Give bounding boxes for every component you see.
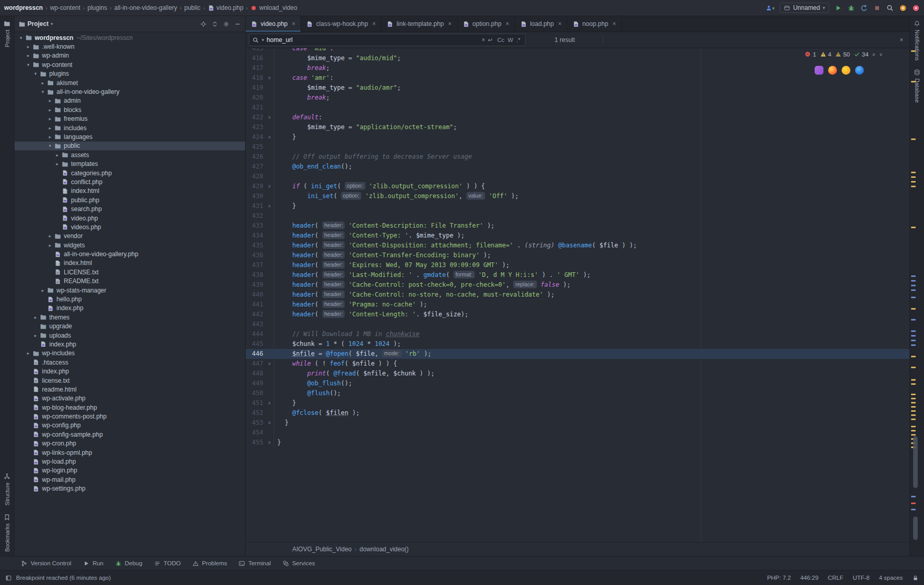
fold-marker-icon[interactable]: ∨ <box>265 113 274 122</box>
editor-scrollbar-thumb[interactable] <box>913 517 918 540</box>
words-toggle[interactable]: W <box>506 37 515 43</box>
collapsed-chevron-icon[interactable]: ▸ <box>47 107 53 113</box>
tree-item[interactable]: index.html <box>15 187 245 196</box>
error-stripe-mark[interactable] <box>911 335 916 337</box>
code-line[interactable]: 434 header( header: 'Content-Type: '. $m… <box>246 231 909 241</box>
chrome-browser-icon[interactable] <box>842 66 850 75</box>
tree-item[interactable]: ▸vendor <box>15 232 245 241</box>
error-stripe-mark[interactable] <box>911 367 916 368</box>
inspections-widget[interactable]: 145034∧∨ <box>804 51 883 58</box>
error-stripe-mark[interactable] <box>911 297 916 298</box>
tree-item[interactable]: ▸uploads <box>15 331 245 340</box>
code-editor[interactable]: 415 case 'mid':416 $mime_type = "audio/m… <box>246 48 909 542</box>
fold-marker-icon[interactable]: ∨ <box>265 182 274 191</box>
user-menu[interactable]: ▾ <box>765 4 775 11</box>
safari-browser-icon[interactable] <box>855 66 864 75</box>
editor-breadcrumb-item[interactable]: AIOVG_Public_Video <box>292 546 352 553</box>
code-line[interactable]: 451∧ } <box>246 398 909 408</box>
code-line[interactable]: 453∧ } <box>246 418 909 428</box>
tree-item[interactable]: readme.html <box>15 385 245 394</box>
error-stripe-mark[interactable] <box>911 176 916 178</box>
error-stripe-mark[interactable] <box>911 181 916 183</box>
error-stripe-mark[interactable] <box>911 496 916 497</box>
code-line[interactable]: 435 header( header: 'Content-Disposition… <box>246 241 909 250</box>
tool-window-button-version-control[interactable]: Version Control <box>21 560 72 567</box>
error-stripe-mark[interactable] <box>911 394 916 395</box>
code-line[interactable]: 450 @flush(); <box>246 388 909 398</box>
find-query[interactable]: home_url <box>267 36 479 44</box>
tool-window-button-terminal[interactable]: Terminal <box>238 560 271 567</box>
code-line[interactable]: 448 print( @fread( $nfile, $chunk ) ); <box>246 369 909 379</box>
code-line[interactable]: 444 // Will Download 1 MB in chunkwise <box>246 329 909 339</box>
code-line[interactable]: 421 <box>246 103 909 113</box>
error-stripe-mark[interactable] <box>911 344 916 346</box>
editor-tab[interactable]: noop.php× <box>567 16 622 32</box>
error-stripe-mark[interactable] <box>911 503 916 504</box>
code-line[interactable]: 445 $chunk = 1 * ( 1024 * 1024 ); <box>246 339 909 349</box>
match-case-toggle[interactable]: Cc <box>495 37 506 43</box>
code-line[interactable]: 422∨ default: <box>246 113 909 122</box>
tree-item[interactable]: ▾public <box>15 142 245 150</box>
error-stripe-mark[interactable] <box>911 426 916 427</box>
breadcrumb-item[interactable]: video.php <box>208 4 244 11</box>
fold-marker-icon[interactable]: ∧ <box>265 201 274 211</box>
tree-item[interactable]: ▸wp-admin <box>15 51 245 60</box>
code-line[interactable]: 452 @fclose( $filen ); <box>246 408 909 418</box>
tree-item[interactable]: wp-comments-post.php <box>15 412 245 421</box>
tool-stripe-button-notifications[interactable]: Notifications <box>914 16 920 65</box>
collapsed-chevron-icon[interactable]: ▸ <box>47 134 53 140</box>
code-line[interactable]: 437 header( header: 'Expires: Wed, 07 Ma… <box>246 260 909 270</box>
error-stripe-mark[interactable] <box>911 340 916 341</box>
tree-item[interactable]: ▸languages <box>15 132 245 141</box>
collapsed-chevron-icon[interactable]: ▸ <box>47 98 53 103</box>
run-with-coverage-button[interactable] <box>860 4 868 11</box>
tab-options-icon[interactable] <box>897 16 909 32</box>
tree-item[interactable]: ▸.well-known <box>15 42 245 51</box>
collapsed-chevron-icon[interactable]: ▸ <box>39 80 46 86</box>
tool-window-button-debug[interactable]: Debug <box>115 560 143 567</box>
tree-item[interactable]: ▸themes <box>15 313 245 322</box>
collapsed-chevron-icon[interactable]: ▸ <box>47 126 53 131</box>
code-line[interactable]: 432 <box>246 211 909 221</box>
tool-stripe-button-structure[interactable]: Structure <box>4 469 10 510</box>
error-stripe-mark[interactable] <box>911 289 916 291</box>
firefox-browser-icon[interactable] <box>828 66 837 75</box>
collapsed-chevron-icon[interactable]: ▸ <box>25 53 32 58</box>
debug-button[interactable] <box>847 4 855 11</box>
tree-item[interactable]: LICENSE.txt <box>15 268 245 276</box>
code-line[interactable]: 449 @ob_flush(); <box>246 379 909 388</box>
error-stripe-mark[interactable] <box>911 172 916 173</box>
status-item[interactable]: CRLF <box>828 575 843 581</box>
collapsed-chevron-icon[interactable]: ▸ <box>47 243 53 248</box>
breadcrumb-item[interactable]: wp-content <box>50 4 80 11</box>
tree-item[interactable]: search.php <box>15 204 245 213</box>
editor-tab[interactable]: load.php× <box>515 16 567 32</box>
tree-item[interactable]: wp-cron.php <box>15 439 245 448</box>
error-stripe-mark[interactable] <box>911 509 916 510</box>
code-line[interactable]: 455∧} <box>246 438 909 448</box>
tree-item[interactable]: wp-blog-header.php <box>15 403 245 412</box>
search-history-chevron-icon[interactable]: ▾ <box>262 37 264 43</box>
tree-item[interactable]: ▸blocks <box>15 105 245 114</box>
tree-item[interactable]: wp-load.php <box>15 457 245 466</box>
error-stripe-mark[interactable] <box>911 275 916 277</box>
error-stripe-mark[interactable] <box>911 356 916 357</box>
close-tab-icon[interactable]: × <box>613 20 616 27</box>
error-stripe-mark[interactable] <box>911 406 916 408</box>
tool-window-button-services[interactable]: Services <box>282 560 315 567</box>
code-line[interactable]: 423 $mime_type = "application/octet-stre… <box>246 122 909 132</box>
code-line[interactable]: 430 ini_set( option: 'zlib.output_compre… <box>246 191 909 201</box>
collapsed-chevron-icon[interactable]: ▸ <box>32 333 39 338</box>
tool-stripe-button-database[interactable]: Database <box>914 65 920 107</box>
hide-icon[interactable] <box>234 21 241 27</box>
event-notification-badge[interactable] <box>912 4 920 11</box>
error-stripe-mark[interactable] <box>911 138 916 140</box>
close-tab-icon[interactable]: × <box>506 20 509 27</box>
tree-item[interactable]: wp-links-opml.php <box>15 448 245 457</box>
editor-tab[interactable]: class-wp-hook.php× <box>301 16 381 32</box>
tree-item[interactable]: ▸widgets <box>15 241 245 249</box>
error-stripe-mark[interactable] <box>911 414 916 416</box>
stop-button[interactable] <box>873 4 881 11</box>
collapsed-chevron-icon[interactable]: ▸ <box>47 116 53 121</box>
code-line[interactable]: 446 $nfile = @fopen( $file, mode: 'rb' )… <box>246 349 909 359</box>
